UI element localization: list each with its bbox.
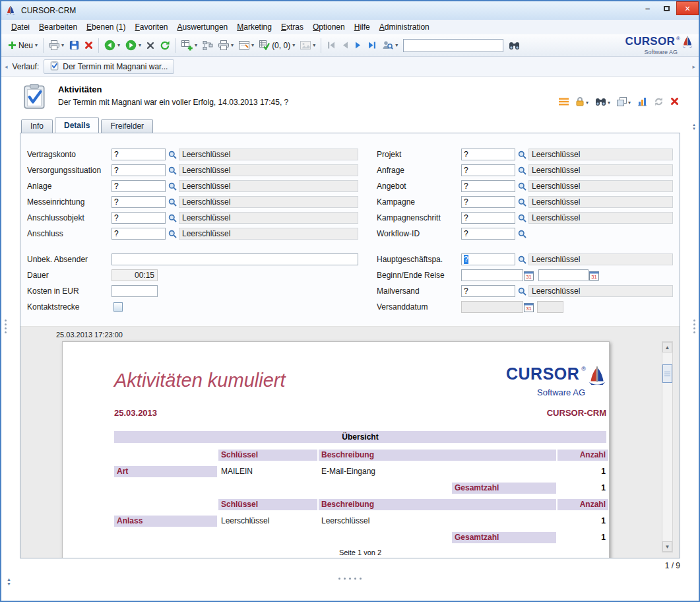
scroll-up-button[interactable]: ▲ — [662, 342, 672, 352]
selection-counter-button[interactable]: (0, 0) ▾ — [257, 37, 298, 54]
tab-freifelder[interactable]: Freifelder — [101, 119, 153, 133]
record-search-button[interactable]: ▾ — [595, 97, 610, 108]
menu-ebenen[interactable]: Ebenen (1) — [82, 21, 130, 33]
lookup-search-icon[interactable] — [166, 198, 179, 207]
anschluss-input[interactable] — [111, 228, 166, 240]
lookup-search-icon[interactable] — [166, 150, 179, 159]
quick-search-input[interactable] — [403, 39, 503, 52]
tab-info[interactable]: Info — [21, 119, 53, 133]
anschlussobjekt-input[interactable] — [111, 212, 166, 224]
lookup-search-icon[interactable] — [166, 166, 179, 175]
new-button[interactable]: Neu ▾ — [5, 37, 40, 54]
splitter-handle[interactable] — [20, 572, 680, 580]
splitter-toggle[interactable]: ▲ ▼ — [7, 577, 11, 586]
nav-previous-button[interactable] — [338, 37, 352, 54]
lookup-search-icon[interactable] — [166, 230, 179, 238]
reise-von-input[interactable] — [461, 269, 523, 281]
kontaktstrecke-checkbox[interactable] — [113, 302, 123, 312]
menu-administration[interactable]: Administration — [375, 21, 434, 33]
maximize-button[interactable] — [657, 1, 676, 15]
search-button[interactable] — [506, 37, 523, 54]
chevron-down-icon: ▾ — [61, 42, 64, 48]
versorgungssituation-input[interactable] — [111, 164, 166, 176]
next-record-icon — [354, 41, 362, 50]
tab-details[interactable]: Details — [55, 117, 99, 133]
workflow-button[interactable] — [200, 37, 216, 54]
nav-last-button[interactable] — [365, 37, 379, 54]
left-splitter-handle[interactable] — [5, 319, 7, 333]
mailversand-input[interactable] — [461, 285, 515, 297]
form-row: Workflow-ID — [377, 226, 673, 242]
lookup-search-icon[interactable] — [515, 182, 528, 191]
menu-extras[interactable]: Extras — [276, 21, 308, 33]
lookup-search-icon[interactable] — [166, 182, 179, 191]
calendar-icon[interactable]: 31 — [523, 302, 534, 312]
grid-check-icon — [259, 40, 270, 50]
save-button[interactable] — [67, 37, 82, 54]
refresh-button[interactable] — [157, 37, 173, 54]
form-row: Angebot Leerschlüssel — [377, 178, 673, 194]
calendar-icon[interactable]: 31 — [589, 271, 600, 281]
kampagnenschritt-input[interactable] — [461, 212, 515, 224]
anlage-input[interactable] — [111, 180, 166, 192]
edit-mask-button[interactable]: ▾ — [236, 37, 257, 54]
list-menu-button[interactable] — [559, 98, 569, 108]
menu-datei[interactable]: Datei — [7, 21, 34, 33]
new-dataset-button[interactable]: ▾ — [179, 37, 200, 54]
history-item[interactable]: Der Termin mit Magnani war... — [44, 59, 174, 74]
lookup-search-icon[interactable] — [515, 230, 528, 238]
chart-button[interactable] — [637, 97, 647, 108]
person-search-button[interactable]: ▾ — [379, 37, 400, 54]
anfrage-input[interactable] — [461, 164, 515, 176]
right-splitter-handle[interactable] — [693, 319, 695, 333]
lookup-search-icon[interactable] — [515, 255, 528, 264]
menu-optionen[interactable]: Optionen — [308, 21, 350, 33]
lookup-search-icon[interactable] — [515, 150, 528, 159]
lookup-display: Leerschlüssel — [528, 285, 673, 297]
nav-first-button[interactable] — [324, 37, 338, 54]
workflow-id-input[interactable] — [461, 228, 515, 240]
reise-bis-input[interactable] — [538, 269, 589, 281]
close-record-button[interactable] — [670, 97, 679, 108]
menu-marketing[interactable]: Marketing — [232, 21, 276, 33]
report-scrollbar[interactable]: ▲ ▼ — [662, 341, 673, 552]
messeinrichtung-input[interactable] — [111, 196, 166, 208]
print-report-button[interactable]: ▾ — [216, 37, 236, 54]
report-page: Aktivitäten kumuliert CURSOR ® Software … — [62, 341, 610, 558]
sync-button[interactable] — [654, 97, 664, 108]
delete-button[interactable] — [82, 37, 96, 54]
menu-hilfe[interactable]: Hilfe — [350, 21, 375, 33]
lookup-search-icon[interactable] — [166, 214, 179, 222]
close-button[interactable]: × — [676, 1, 699, 15]
menu-bearbeiten[interactable]: Bearbeiten — [34, 21, 82, 33]
lookup-search-icon[interactable] — [515, 166, 528, 175]
scroll-down-button[interactable]: ▼ — [662, 541, 672, 552]
nav-next-button[interactable] — [352, 37, 365, 54]
hauptgeschaeftspartner-input[interactable]: ? — [461, 253, 515, 265]
lookup-search-icon[interactable] — [515, 214, 528, 222]
scroll-left-icon[interactable]: ◂ — [5, 63, 8, 70]
kampagne-input[interactable] — [461, 196, 515, 208]
copy-button[interactable]: ▾ — [617, 97, 631, 108]
back-button[interactable]: ▾ — [102, 37, 123, 54]
panel-collapse-toggle[interactable]: ▲ ▼ — [692, 123, 696, 131]
kosten-input[interactable] — [111, 285, 158, 297]
lock-button[interactable]: ▾ — [575, 96, 589, 108]
image-button[interactable]: ▾ — [298, 37, 318, 54]
cancel-button[interactable] — [144, 37, 157, 54]
lookup-search-icon[interactable] — [515, 287, 528, 296]
menu-auswertungen[interactable]: Auswertungen — [173, 21, 233, 33]
calendar-icon[interactable]: 31 — [523, 271, 534, 281]
separator — [321, 38, 321, 53]
lookup-search-icon[interactable] — [515, 198, 528, 207]
projekt-input[interactable] — [461, 149, 515, 160]
unbek-absender-input[interactable] — [111, 253, 358, 265]
minimize-button[interactable]: – — [638, 1, 657, 15]
angebot-input[interactable] — [461, 180, 515, 192]
menu-favoriten[interactable]: Favoriten — [130, 21, 172, 33]
forward-button[interactable]: ▾ — [123, 37, 144, 54]
vertragskonto-input[interactable] — [111, 149, 166, 160]
print-button[interactable]: ▾ — [46, 37, 67, 54]
scroll-right-icon[interactable]: ▸ — [692, 63, 695, 70]
scrollbar-thumb[interactable] — [662, 364, 672, 383]
